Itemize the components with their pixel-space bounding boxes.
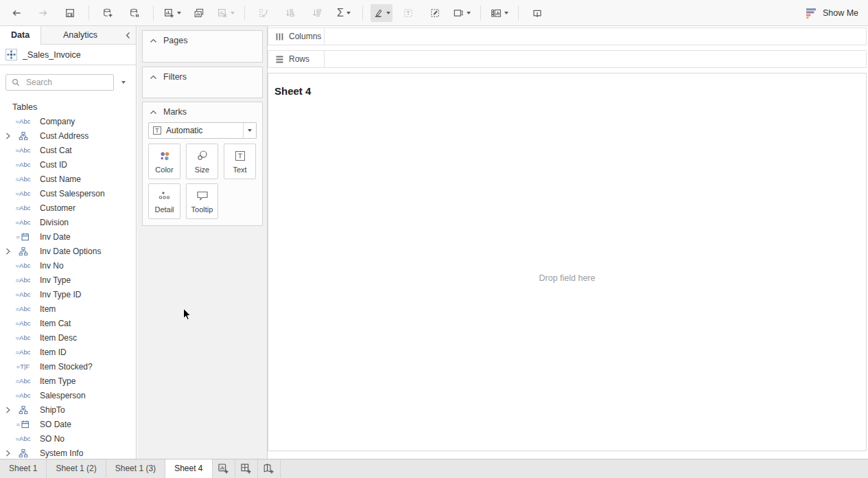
highlight-button[interactable] — [371, 4, 392, 22]
sort-ascending-button — [279, 4, 301, 22]
field-item[interactable]: =AbcItem Type — [0, 374, 136, 388]
new-data-source-button[interactable] — [97, 4, 119, 22]
undo-button[interactable] — [5, 4, 27, 22]
pause-auto-updates-button[interactable] — [124, 4, 145, 22]
field-item[interactable]: =AbcItem Desc — [0, 330, 136, 345]
sheet-tab[interactable]: Sheet 1 — [0, 459, 47, 478]
field-item[interactable]: =AbcInv Type — [0, 273, 136, 287]
field-item[interactable]: =Inv Date — [0, 229, 136, 244]
clear-sheet-button — [215, 4, 237, 22]
datasource-name: _Sales_Invoice — [23, 50, 81, 60]
field-item[interactable]: =AbcSalesperson — [0, 388, 136, 402]
field-item[interactable]: =AbcCust Name — [0, 172, 136, 186]
columns-shelf[interactable]: Columns — [268, 27, 867, 45]
field-expander-icon[interactable] — [4, 407, 12, 413]
presentation-mode-button[interactable] — [526, 4, 548, 22]
sheet-tab[interactable]: Sheet 4 — [165, 459, 212, 478]
mark-text-button[interactable]: Text — [224, 144, 256, 179]
field-type-icon: =Abc — [12, 391, 34, 399]
search-input[interactable] — [25, 77, 104, 88]
field-item[interactable]: =AbcCustomer — [0, 201, 136, 215]
field-item[interactable]: =AbcInv Type ID — [0, 287, 136, 301]
columns-drop-zone[interactable] — [325, 28, 866, 45]
field-expander-icon[interactable] — [4, 248, 12, 255]
field-name: SO No — [40, 434, 64, 444]
field-expander-icon[interactable] — [4, 450, 12, 457]
filters-card[interactable]: Filters — [142, 67, 263, 98]
show-me-button[interactable]: Show Me — [806, 5, 858, 21]
tab-data[interactable]: Data — [0, 26, 41, 45]
field-type-icon: =Abc — [12, 161, 34, 168]
mark-detail-button[interactable]: Detail — [148, 183, 180, 219]
search-options-caret[interactable] — [120, 81, 126, 84]
data-pane: Data Analytics _Sales_Invoice Tables =Ab… — [0, 26, 137, 459]
collapse-marks-icon[interactable] — [150, 110, 157, 115]
collapse-pane-button[interactable] — [119, 26, 136, 45]
field-name: Inv Date — [40, 232, 71, 242]
collapse-pages-icon[interactable] — [150, 38, 157, 43]
mark-type-caret[interactable] — [243, 123, 256, 138]
new-worksheet-tab-button[interactable] — [213, 459, 235, 478]
field-name: Inv Date Options — [40, 247, 101, 256]
field-item[interactable]: =AbcCust Salesperson — [0, 186, 136, 201]
field-item[interactable]: =AbcItem — [0, 301, 136, 316]
field-item[interactable]: =AbcCust ID — [0, 157, 136, 172]
field-name: Company — [40, 117, 75, 126]
field-item[interactable]: =AbcItem Cat — [0, 316, 136, 330]
tooltip-icon — [196, 189, 209, 203]
field-name: Cust Salesperson — [40, 189, 105, 198]
rows-shelf-label: Rows — [268, 51, 325, 67]
field-name: Division — [40, 218, 69, 227]
sheet-canvas[interactable]: Sheet 4 Drop field here — [268, 73, 867, 451]
search-box[interactable] — [5, 74, 114, 91]
field-type-icon: =Abc — [12, 146, 34, 154]
totals-button[interactable]: Σ — [333, 4, 355, 22]
field-type-icon: = — [12, 420, 34, 429]
field-item[interactable]: =AbcInv No — [0, 258, 136, 273]
field-item[interactable]: System Info — [0, 446, 136, 459]
duplicate-sheet-button[interactable] — [188, 4, 210, 22]
collapse-filters-icon[interactable] — [150, 75, 157, 80]
columns-shelf-label: Columns — [268, 28, 325, 45]
mark-size-button[interactable]: Size — [186, 144, 218, 179]
save-button[interactable] — [59, 4, 81, 22]
mark-type-dropdown[interactable]: Automatic — [148, 122, 257, 139]
field-expander-icon[interactable] — [4, 133, 12, 139]
sort-descending-button — [306, 4, 328, 22]
field-item[interactable]: ShipTo — [0, 402, 136, 417]
datasource-item[interactable]: _Sales_Invoice — [0, 45, 136, 65]
field-item[interactable]: =AbcCompany — [0, 114, 136, 128]
field-item[interactable]: =AbcCust Cat — [0, 143, 136, 157]
pages-card[interactable]: Pages — [142, 30, 263, 62]
annotate-button[interactable] — [424, 4, 446, 22]
mark-tooltip-button[interactable]: Tooltip — [186, 183, 218, 219]
tab-analytics[interactable]: Analytics — [41, 26, 119, 45]
field-item[interactable]: =AbcItem ID — [0, 345, 136, 359]
rows-drop-zone[interactable] — [325, 51, 866, 67]
sheet-tab[interactable]: Sheet 1 (2) — [47, 459, 106, 478]
rows-shelf[interactable]: Rows — [268, 50, 867, 68]
show-hide-cards-button[interactable] — [489, 4, 511, 22]
sheet-title: Sheet 4 — [274, 85, 311, 97]
show-mark-labels-button — [397, 4, 419, 22]
new-story-tab-button[interactable] — [258, 459, 281, 478]
field-item[interactable]: Cust Address — [0, 128, 136, 143]
field-item[interactable]: =AbcDivision — [0, 215, 136, 229]
field-type-icon: =Abc — [12, 305, 34, 312]
field-name: Item ID — [40, 348, 67, 357]
field-item[interactable]: =AbcSO No — [0, 431, 136, 446]
fit-button[interactable] — [451, 4, 473, 22]
field-item[interactable]: =SO Date — [0, 417, 136, 431]
field-type-icon: =Abc — [12, 348, 34, 356]
sheet-tab[interactable]: Sheet 1 (3) — [106, 459, 165, 478]
new-dashboard-tab-button[interactable] — [235, 459, 258, 478]
toolbar-separator — [362, 5, 363, 21]
field-type-icon — [12, 247, 34, 256]
field-type-icon: =Abc — [12, 435, 34, 442]
field-item[interactable]: Inv Date Options — [0, 244, 136, 258]
field-item[interactable]: =T|FItem Stocked? — [0, 359, 136, 374]
mark-type-text-icon — [152, 126, 162, 135]
mark-color-button[interactable]: Color — [148, 144, 180, 179]
field-type-icon: =Abc — [12, 319, 34, 327]
new-worksheet-button[interactable] — [161, 4, 183, 22]
